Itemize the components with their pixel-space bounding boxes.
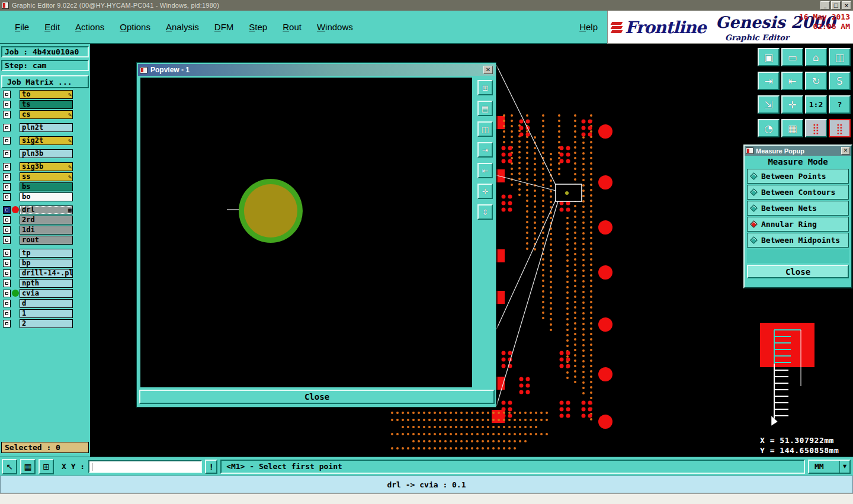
layer-visibility-checkbox[interactable] [3,226,11,234]
chevron-down-icon[interactable]: ▼ [839,461,849,473]
redraw-view-tool-button[interactable]: ↻ [805,72,827,90]
layer-name-npth[interactable]: npth [20,279,73,288]
zoom-ratio-tool-button[interactable]: 1:2 [805,95,827,114]
layer-name-ss[interactable]: ss✎ [20,172,73,181]
layer-visibility-checkbox[interactable] [3,236,11,244]
menu-rout[interactable]: Rout [275,18,309,36]
help-tool-button[interactable]: ? [829,95,851,114]
minimize-button[interactable]: _ [820,1,830,9]
layer-visibility-checkbox[interactable] [3,101,11,108]
measure-close-button[interactable]: Close [747,265,849,278]
pv-zoom-in-button[interactable]: ⇥ [477,142,493,158]
layer-name-bs[interactable]: bs [20,182,73,191]
measure-tool-button[interactable]: ◔ [758,119,780,137]
maximize-button[interactable]: □ [831,1,841,9]
close-button[interactable]: × [842,1,851,9]
popview-close-icon[interactable]: ✕ [483,66,493,74]
layer-name-bo[interactable]: bo [20,192,73,201]
layer-visibility-checkbox[interactable] [3,310,11,317]
home-view-tool-button[interactable]: ⌂ [805,48,827,66]
layer-visibility-checkbox[interactable] [3,269,11,277]
layer-name-cvia[interactable]: cvia [20,289,73,298]
layer-name-d[interactable]: d [20,299,73,308]
highlight-nets-tool-button[interactable]: ⣿ [805,119,827,137]
layer-visibility-checkbox[interactable] [3,173,11,181]
pan-view-tool-button[interactable]: ✛ [781,95,803,114]
measure-popup-close-icon[interactable]: ✕ [841,147,850,155]
layer-name-pln2t[interactable]: pln2t [20,123,73,132]
pv-scroll-button[interactable]: ⇕ [477,204,493,220]
measure-option-between-points[interactable]: Between Points [747,169,849,184]
menu-dfm[interactable]: DFM [207,18,242,36]
select-pointer-button[interactable]: ↖ [2,459,17,474]
layer-name-sig2t[interactable]: sig2t✎ [20,136,73,145]
popview-canvas[interactable] [140,78,472,387]
layer-visibility-checkbox[interactable] [3,183,11,191]
layer-name-pln3b[interactable]: pln3b [20,149,73,158]
menu-options[interactable]: Options [112,18,158,36]
layer-name-to[interactable]: to✎ [20,90,73,99]
pv-zoom-out-button[interactable]: ⇤ [477,163,493,178]
layer-name-drl[interactable]: drl▦ [20,206,73,214]
popview-titlebar[interactable]: Popview - 1 ✕ [138,64,495,76]
layer-name-1di[interactable]: 1di [20,226,73,235]
layer-visibility-checkbox[interactable] [3,91,11,98]
layer-visibility-checkbox[interactable] [3,216,11,224]
layer-visibility-checkbox[interactable] [3,206,11,214]
measure-option-between-nets[interactable]: Between Nets [747,201,849,216]
layer-visibility-checkbox[interactable] [3,150,11,158]
zoom-out-window-tool-button[interactable]: ⇤ [781,72,803,90]
clipboard-tool-button[interactable]: ▣ [758,48,780,66]
measure-option-between-midpoints[interactable]: Between Midpoints [747,233,849,248]
measure-option-between-contours[interactable]: Between Contours [747,185,849,200]
pv-fullscreen-button[interactable]: ⊞ [477,80,493,95]
menu-analysis[interactable]: Analysis [158,18,207,36]
pv-copy-button[interactable]: ▤ [477,101,493,116]
layer-visibility-checkbox[interactable] [3,320,11,328]
layer-name-2rd[interactable]: 2rd [20,216,73,224]
menu-actions[interactable]: Actions [68,18,112,36]
layer-visibility-checkbox[interactable] [3,137,11,145]
alert-button[interactable]: ! [205,460,217,474]
layer-name-1[interactable]: 1 [20,309,73,318]
layer-visibility-checkbox[interactable] [3,259,11,267]
measure-option-annular-ring[interactable]: Annular Ring [747,217,849,232]
pv-pan-button[interactable]: ✛ [477,184,493,199]
layer-name-drill-14-.pl[interactable]: drill-14-.pl [20,269,73,278]
popview-close-button[interactable]: Close [139,390,495,404]
menu-edit[interactable]: Edit [37,18,68,36]
layer-name-ts[interactable]: ts [20,100,73,109]
snap-pointer-button[interactable]: ▦ [20,459,36,474]
screen-tool-button[interactable]: ▭ [781,48,803,66]
layer-visibility-checkbox[interactable] [3,163,11,171]
layer-visibility-checkbox[interactable] [3,280,11,287]
xy-coordinate-input[interactable] [88,460,202,473]
compare-nets-tool-button[interactable]: ⣿ [829,119,851,137]
menu-windows[interactable]: Windows [309,18,361,36]
grid-tool-button[interactable]: ▦ [781,119,803,137]
menu-help[interactable]: Help [570,18,607,36]
layer-name-sig3b[interactable]: sig3b✎ [20,162,73,171]
layer-name-cs[interactable]: cs✎ [20,110,73,119]
layer-visibility-checkbox[interactable] [3,111,11,118]
layer-name-bp[interactable]: bp [20,259,73,268]
layer-visibility-checkbox[interactable] [3,249,11,257]
grid-toggle-button[interactable]: ⊞ [39,459,54,474]
window-titlebar[interactable]: Graphic Editor 9.02c2 (00@HY-HYCAM-PC041… [0,0,853,11]
layer-visibility-checkbox[interactable] [3,290,11,297]
layer-name-2[interactable]: 2 [20,319,73,328]
layer-visibility-checkbox[interactable] [3,124,11,131]
pv-layers-button[interactable]: ◫ [477,121,493,137]
measure-popup-titlebar[interactable]: Measure Popup ✕ [745,146,851,156]
layer-visibility-checkbox[interactable] [3,300,11,307]
serpentine-tool-button[interactable]: S [829,72,851,90]
units-dropdown[interactable]: MM ▼ [808,460,851,474]
layer-name-tp[interactable]: tp [20,249,73,258]
layer-visibility-checkbox[interactable] [3,193,11,201]
layer-name-rout[interactable]: rout [20,236,73,245]
tile-windows-tool-button[interactable]: ◫ [829,48,851,66]
menu-file[interactable]: File [7,18,37,36]
job-matrix-button[interactable]: Job Matrix ... [1,75,89,88]
menu-step[interactable]: Step [241,18,275,36]
fit-view-tool-button[interactable]: ⇲ [758,95,780,114]
